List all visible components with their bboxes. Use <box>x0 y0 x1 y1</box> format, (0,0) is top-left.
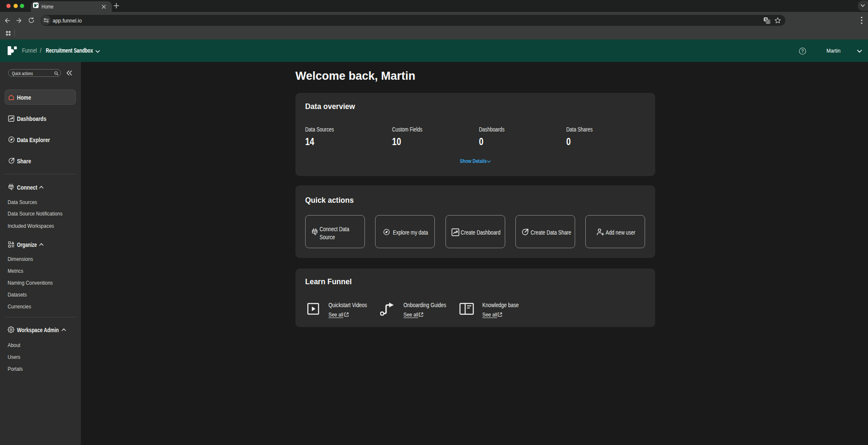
svg-text:?: ? <box>801 49 804 53</box>
